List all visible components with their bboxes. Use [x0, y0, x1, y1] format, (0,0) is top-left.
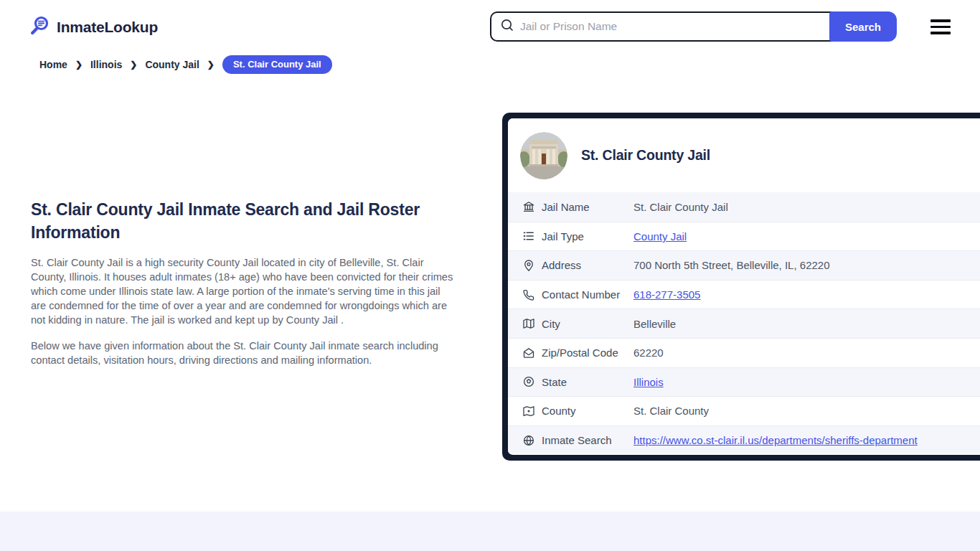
page-title: St. Clair County Jail Inmate Search and … — [31, 198, 456, 244]
row-value: St. Clair County — [633, 405, 709, 417]
row-label: City — [542, 318, 633, 330]
table-row-state: State Illinois — [508, 367, 980, 397]
intro-paragraph: St. Clair County Jail is a high security… — [31, 255, 457, 327]
inmate-search-link[interactable]: https://www.co.st-clair.il.us/department… — [633, 434, 918, 446]
search-input-box — [490, 11, 834, 42]
row-label: Inmate Search — [542, 434, 633, 446]
search-button[interactable]: Search — [829, 11, 897, 42]
jail-info-card: St. Clair County Jail Jail Name St. Clai… — [502, 113, 980, 461]
chevron-right-icon: ❯ — [75, 60, 83, 70]
table-row-jail-name: Jail Name St. Clair County Jail — [508, 192, 980, 222]
row-label: Address — [542, 259, 633, 271]
row-label: County — [542, 405, 633, 417]
table-row-city: City Belleville — [508, 309, 980, 338]
map-icon — [522, 317, 535, 330]
logo-search-icon — [29, 15, 50, 39]
secondary-paragraph: Below we have given information about th… — [31, 339, 457, 367]
logo[interactable]: InmateLookup — [29, 15, 158, 39]
breadcrumb-current-badge[interactable]: St. Clair County Jail — [222, 55, 332, 74]
logo-text: InmateLookup — [57, 19, 158, 36]
list-icon — [522, 230, 535, 242]
jail-type-link[interactable]: County Jail — [633, 230, 687, 242]
map-pin-icon — [522, 259, 535, 272]
breadcrumb-illinois[interactable]: Illinois — [90, 59, 122, 70]
row-value: 700 North 5th Street, Belleville, IL, 62… — [633, 259, 830, 271]
card-title: St. Clair County Jail — [581, 147, 710, 164]
row-label: Jail Name — [542, 201, 633, 213]
globe-state-icon — [522, 375, 535, 388]
breadcrumb-county-jail[interactable]: County Jail — [145, 59, 199, 70]
table-row-zip: Zip/Postal Code 62220 — [508, 338, 980, 367]
bank-icon — [522, 200, 535, 213]
row-label: Jail Type — [542, 230, 633, 242]
mail-icon — [522, 347, 535, 359]
table-row-county: County St. Clair County — [508, 396, 980, 425]
jail-info-table: Jail Name St. Clair County Jail Jail Typ… — [508, 192, 980, 454]
search-icon — [500, 18, 514, 35]
row-value: St. Clair County Jail — [633, 201, 728, 213]
contact-number-link[interactable]: 618-277-3505 — [633, 288, 700, 301]
row-value: Belleville — [633, 318, 676, 330]
county-map-icon — [522, 405, 535, 418]
site-search: Search — [490, 11, 897, 42]
row-label: State — [542, 376, 633, 388]
breadcrumb: Home ❯ Illinois ❯ County Jail ❯ St. Clai… — [39, 55, 332, 74]
phone-icon — [522, 288, 535, 301]
search-input[interactable] — [520, 20, 834, 33]
table-row-contact-number: Contact Number 618-277-3505 — [508, 280, 980, 309]
chevron-right-icon: ❯ — [207, 60, 215, 70]
table-row-jail-type: Jail Type County Jail — [508, 222, 980, 251]
state-link[interactable]: Illinois — [633, 376, 664, 388]
jail-photo-avatar — [520, 132, 567, 179]
footer-strip — [0, 512, 980, 551]
chevron-right-icon: ❯ — [130, 60, 137, 70]
row-label: Zip/Postal Code — [542, 347, 633, 359]
table-row-address: Address 700 North 5th Street, Belleville… — [508, 250, 980, 280]
breadcrumb-home[interactable]: Home — [39, 59, 67, 70]
table-row-inmate-search: Inmate Search https://www.co.st-clair.il… — [508, 425, 980, 455]
globe-icon — [522, 434, 535, 447]
row-value: 62220 — [633, 347, 664, 359]
hamburger-menu-icon[interactable] — [930, 19, 951, 34]
row-label: Contact Number — [542, 288, 633, 301]
